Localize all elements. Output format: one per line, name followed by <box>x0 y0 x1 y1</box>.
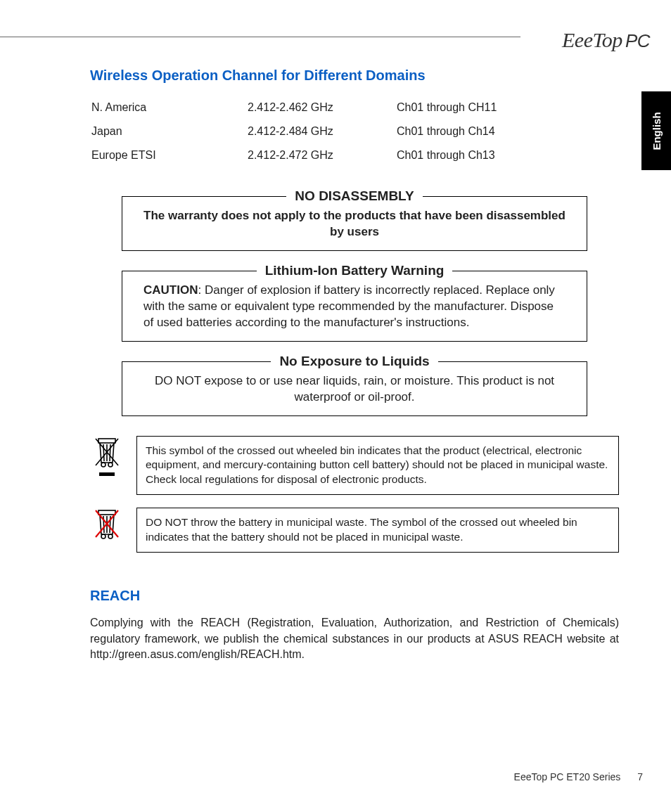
weee-row: This symbol of the crossed out wheeled b… <box>90 436 619 496</box>
svg-point-12 <box>101 534 106 539</box>
channel-table: N. America 2.412-2.462 GHz Ch01 through … <box>90 95 526 168</box>
cell-freq: 2.412-2.462 GHz <box>248 96 395 119</box>
box-body: DO NOT expose to or use near liquids, ra… <box>143 373 565 406</box>
caution-text: : Danger of explosion if battery is inco… <box>143 283 555 329</box>
svg-point-4 <box>101 463 106 467</box>
svg-rect-0 <box>98 439 115 443</box>
battery-bin-row: DO NOT throw the battery in municipal wa… <box>90 508 619 553</box>
weee-bin-icon <box>90 436 124 476</box>
table-row: Europe ETSI 2.412-2.472 GHz Ch01 through… <box>91 144 525 167</box>
svg-rect-8 <box>98 510 115 515</box>
language-label: English <box>651 112 663 150</box>
battery-bin-text: DO NOT throw the battery in municipal wa… <box>136 508 619 553</box>
svg-line-1 <box>103 444 104 461</box>
cell-freq: 2.412-2.484 GHz <box>248 120 395 143</box>
cell-region: Japan <box>91 120 246 143</box>
svg-point-5 <box>108 463 113 467</box>
caution-label: CAUTION <box>143 283 198 297</box>
cell-region: Europe ETSI <box>91 144 246 167</box>
language-tab: English <box>641 91 671 170</box>
reach-paragraph: Complying with the REACH (Registration, … <box>90 615 619 662</box>
section-heading-wireless: Wireless Operation Channel for Different… <box>90 67 619 84</box>
box-battery-warning: Lithium-Ion Battery Warning CAUTION: Dan… <box>122 271 587 342</box>
box-body: The warranty does not apply to the produ… <box>143 208 565 240</box>
weee-text: This symbol of the crossed out wheeled b… <box>136 436 619 496</box>
box-no-disassembly: NO DISASSEMBLY The warranty does not app… <box>122 196 587 251</box>
cell-ch: Ch01 through CH11 <box>397 96 525 119</box>
cell-ch: Ch01 through Ch14 <box>397 120 525 143</box>
svg-line-3 <box>110 444 110 461</box>
header-rule <box>0 37 520 37</box>
brand-name: EeeTop <box>562 28 622 51</box>
box-body: CAUTION: Danger of explosion if battery … <box>143 283 565 331</box>
brand-suffix: PC <box>625 30 650 51</box>
box-legend: No Exposure to Liquids <box>271 354 437 369</box>
battery-bin-icon <box>90 508 124 540</box>
cell-region: N. America <box>91 96 246 119</box>
cell-freq: 2.412-2.472 GHz <box>248 144 395 167</box>
page-content: Wireless Operation Channel for Different… <box>90 67 619 662</box>
svg-point-13 <box>108 534 113 539</box>
box-no-liquids: No Exposure to Liquids DO NOT expose to … <box>122 361 587 416</box>
section-heading-reach: REACH <box>90 588 619 604</box>
underbar-icon <box>99 472 115 476</box>
cell-ch: Ch01 through Ch13 <box>397 144 525 167</box>
footer-page-number: 7 <box>637 771 643 782</box>
table-row: Japan 2.412-2.484 GHz Ch01 through Ch14 <box>91 120 525 143</box>
box-legend: Lithium-Ion Battery Warning <box>257 263 453 278</box>
box-legend: NO DISASSEMBLY <box>286 188 422 204</box>
footer-series: EeeTop PC ET20 Series <box>514 771 621 782</box>
table-row: N. America 2.412-2.462 GHz Ch01 through … <box>91 96 525 119</box>
page-footer: EeeTop PC ET20 Series 7 <box>514 771 643 782</box>
brand-logo: EeeTopPC <box>562 28 650 52</box>
